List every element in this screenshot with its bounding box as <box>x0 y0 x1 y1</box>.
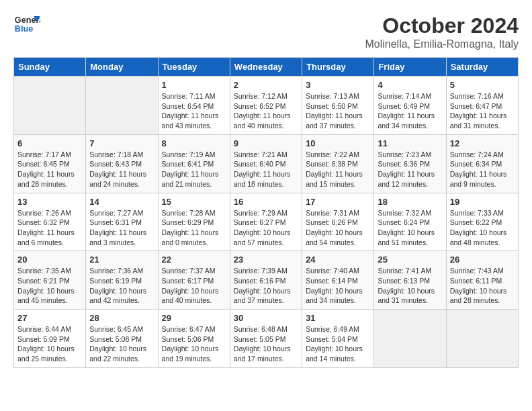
day-number: 22 <box>162 255 226 265</box>
day-cell: 4Sunrise: 7:14 AMSunset: 6:49 PMDaylight… <box>374 77 446 135</box>
day-number: 11 <box>378 138 442 148</box>
page-header: General Blue October 2024 Molinella, Emi… <box>13 13 519 50</box>
day-number: 21 <box>89 255 154 265</box>
header-wednesday: Wednesday <box>230 58 302 77</box>
day-cell: 18Sunrise: 7:32 AMSunset: 6:24 PMDayligh… <box>374 193 446 251</box>
day-detail: Sunrise: 7:19 AMSunset: 6:41 PMDaylight:… <box>162 150 226 189</box>
day-detail: Sunrise: 6:48 AMSunset: 5:05 PMDaylight:… <box>234 324 298 364</box>
header-thursday: Thursday <box>302 58 374 77</box>
header-saturday: Saturday <box>446 58 518 77</box>
day-cell <box>446 310 518 368</box>
day-number: 31 <box>306 313 370 323</box>
day-cell: 12Sunrise: 7:24 AMSunset: 6:34 PMDayligh… <box>446 134 518 193</box>
day-cell: 31Sunrise: 6:49 AMSunset: 5:04 PMDayligh… <box>302 310 374 368</box>
day-number: 7 <box>89 138 154 148</box>
day-cell: 3Sunrise: 7:13 AMSunset: 6:50 PMDaylight… <box>302 77 374 135</box>
day-cell: 24Sunrise: 7:40 AMSunset: 6:14 PMDayligh… <box>302 251 374 310</box>
day-detail: Sunrise: 7:35 AMSunset: 6:21 PMDaylight:… <box>17 266 82 306</box>
day-detail: Sunrise: 7:36 AMSunset: 6:19 PMDaylight:… <box>89 266 154 306</box>
day-cell: 28Sunrise: 6:45 AMSunset: 5:08 PMDayligh… <box>86 310 158 368</box>
day-detail: Sunrise: 7:29 AMSunset: 6:27 PMDaylight:… <box>234 208 298 248</box>
logo-icon: General Blue <box>13 13 40 34</box>
day-detail: Sunrise: 7:39 AMSunset: 6:16 PMDaylight:… <box>234 266 298 306</box>
day-cell: 30Sunrise: 6:48 AMSunset: 5:05 PMDayligh… <box>230 310 302 368</box>
calendar-title: October 2024 <box>365 13 519 38</box>
day-cell: 1Sunrise: 7:11 AMSunset: 6:54 PMDaylight… <box>158 77 230 135</box>
calendar-subtitle: Molinella, Emilia-Romagna, Italy <box>365 38 519 50</box>
day-cell: 15Sunrise: 7:28 AMSunset: 6:29 PMDayligh… <box>158 193 230 251</box>
calendar-header-row: SundayMondayTuesdayWednesdayThursdayFrid… <box>14 58 519 77</box>
day-cell: 8Sunrise: 7:19 AMSunset: 6:41 PMDaylight… <box>158 134 230 193</box>
day-number: 27 <box>17 313 82 323</box>
week-row-5: 27Sunrise: 6:44 AMSunset: 5:09 PMDayligh… <box>14 310 519 368</box>
day-cell: 14Sunrise: 7:27 AMSunset: 6:31 PMDayligh… <box>86 193 158 251</box>
day-number: 24 <box>306 255 370 265</box>
header-sunday: Sunday <box>14 58 86 77</box>
day-number: 30 <box>234 313 298 323</box>
day-number: 6 <box>17 138 82 148</box>
day-number: 4 <box>378 80 442 90</box>
day-number: 2 <box>234 80 298 90</box>
day-detail: Sunrise: 7:23 AMSunset: 6:36 PMDaylight:… <box>378 150 442 189</box>
day-number: 17 <box>306 197 370 207</box>
day-detail: Sunrise: 7:43 AMSunset: 6:11 PMDaylight:… <box>450 266 515 306</box>
calendar-table: SundayMondayTuesdayWednesdayThursdayFrid… <box>13 57 519 368</box>
day-cell <box>14 77 86 135</box>
day-number: 1 <box>162 80 226 90</box>
header-friday: Friday <box>374 58 446 77</box>
day-cell: 11Sunrise: 7:23 AMSunset: 6:36 PMDayligh… <box>374 134 446 193</box>
day-detail: Sunrise: 6:44 AMSunset: 5:09 PMDaylight:… <box>17 324 82 364</box>
header-tuesday: Tuesday <box>158 58 230 77</box>
day-detail: Sunrise: 7:17 AMSunset: 6:45 PMDaylight:… <box>17 150 82 189</box>
day-detail: Sunrise: 6:49 AMSunset: 5:04 PMDaylight:… <box>306 324 370 364</box>
day-cell: 9Sunrise: 7:21 AMSunset: 6:40 PMDaylight… <box>230 134 302 193</box>
day-cell: 21Sunrise: 7:36 AMSunset: 6:19 PMDayligh… <box>86 251 158 310</box>
day-number: 29 <box>162 313 226 323</box>
day-number: 9 <box>234 138 298 148</box>
day-detail: Sunrise: 7:13 AMSunset: 6:50 PMDaylight:… <box>306 91 370 131</box>
day-number: 5 <box>450 80 515 90</box>
day-detail: Sunrise: 7:16 AMSunset: 6:47 PMDaylight:… <box>450 91 515 131</box>
svg-text:Blue: Blue <box>15 24 33 34</box>
day-number: 14 <box>89 197 154 207</box>
day-cell: 13Sunrise: 7:26 AMSunset: 6:32 PMDayligh… <box>14 193 86 251</box>
day-detail: Sunrise: 6:47 AMSunset: 5:06 PMDaylight:… <box>162 324 226 364</box>
day-detail: Sunrise: 7:14 AMSunset: 6:49 PMDaylight:… <box>378 91 442 131</box>
week-row-3: 13Sunrise: 7:26 AMSunset: 6:32 PMDayligh… <box>14 193 519 251</box>
day-detail: Sunrise: 7:41 AMSunset: 6:13 PMDaylight:… <box>378 266 442 306</box>
day-detail: Sunrise: 7:40 AMSunset: 6:14 PMDaylight:… <box>306 266 370 306</box>
day-cell: 5Sunrise: 7:16 AMSunset: 6:47 PMDaylight… <box>446 77 518 135</box>
day-detail: Sunrise: 7:32 AMSunset: 6:24 PMDaylight:… <box>378 208 442 248</box>
day-detail: Sunrise: 7:24 AMSunset: 6:34 PMDaylight:… <box>450 150 515 189</box>
title-block: October 2024 Molinella, Emilia-Romagna, … <box>365 13 519 50</box>
week-row-4: 20Sunrise: 7:35 AMSunset: 6:21 PMDayligh… <box>14 251 519 310</box>
day-detail: Sunrise: 7:26 AMSunset: 6:32 PMDaylight:… <box>17 208 82 248</box>
day-cell: 7Sunrise: 7:18 AMSunset: 6:43 PMDaylight… <box>86 134 158 193</box>
day-number: 18 <box>378 197 442 207</box>
day-number: 26 <box>450 255 515 265</box>
day-cell: 2Sunrise: 7:12 AMSunset: 6:52 PMDaylight… <box>230 77 302 135</box>
day-detail: Sunrise: 7:31 AMSunset: 6:26 PMDaylight:… <box>306 208 370 248</box>
day-cell <box>86 77 158 135</box>
day-cell <box>374 310 446 368</box>
day-number: 23 <box>234 255 298 265</box>
day-detail: Sunrise: 7:11 AMSunset: 6:54 PMDaylight:… <box>162 91 226 131</box>
day-cell: 17Sunrise: 7:31 AMSunset: 6:26 PMDayligh… <box>302 193 374 251</box>
day-number: 10 <box>306 138 370 148</box>
day-detail: Sunrise: 7:27 AMSunset: 6:31 PMDaylight:… <box>89 208 154 248</box>
day-cell: 27Sunrise: 6:44 AMSunset: 5:09 PMDayligh… <box>14 310 86 368</box>
day-cell: 6Sunrise: 7:17 AMSunset: 6:45 PMDaylight… <box>14 134 86 193</box>
day-detail: Sunrise: 7:12 AMSunset: 6:52 PMDaylight:… <box>234 91 298 131</box>
day-cell: 25Sunrise: 7:41 AMSunset: 6:13 PMDayligh… <box>374 251 446 310</box>
day-number: 15 <box>162 197 226 207</box>
day-cell: 23Sunrise: 7:39 AMSunset: 6:16 PMDayligh… <box>230 251 302 310</box>
day-number: 8 <box>162 138 226 148</box>
day-number: 20 <box>17 255 82 265</box>
day-detail: Sunrise: 7:22 AMSunset: 6:38 PMDaylight:… <box>306 150 370 189</box>
day-detail: Sunrise: 7:33 AMSunset: 6:22 PMDaylight:… <box>450 208 515 248</box>
day-number: 13 <box>17 197 82 207</box>
day-number: 12 <box>450 138 515 148</box>
day-detail: Sunrise: 7:37 AMSunset: 6:17 PMDaylight:… <box>162 266 226 306</box>
day-cell: 16Sunrise: 7:29 AMSunset: 6:27 PMDayligh… <box>230 193 302 251</box>
day-cell: 26Sunrise: 7:43 AMSunset: 6:11 PMDayligh… <box>446 251 518 310</box>
